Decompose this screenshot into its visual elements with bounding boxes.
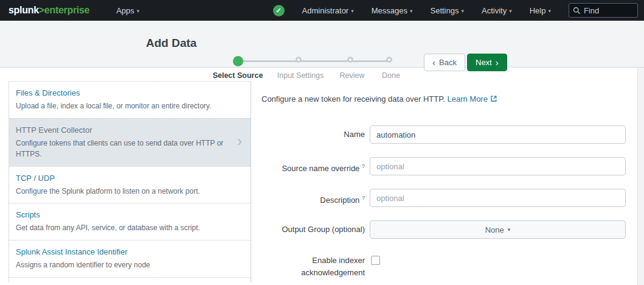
output-group-dropdown[interactable]: None ▾ xyxy=(370,220,626,239)
enable-indexer-ack-label: Enable indexer acknowledgement xyxy=(261,255,365,279)
step-label-review: Review xyxy=(340,71,365,80)
source-item-title: Splunk Assist Instance Identifier xyxy=(16,247,243,256)
messages-menu[interactable]: Messages▾ xyxy=(372,6,413,15)
logo-separator: > xyxy=(39,5,44,15)
source-item-desc: Configure tokens that clients can use to… xyxy=(16,138,227,160)
page-title: Add Data xyxy=(146,37,196,50)
caret-down-icon: ▾ xyxy=(351,8,354,14)
chevron-left-icon: ‹ xyxy=(432,58,435,67)
stepper-track xyxy=(238,60,391,62)
chevron-right-icon: › xyxy=(237,132,242,149)
caret-down-icon: ▾ xyxy=(461,8,464,14)
source-item-http-event-collector[interactable]: HTTP Event Collector Configure tokens th… xyxy=(9,118,251,166)
source-item-desc: Get data from any API, service, or datab… xyxy=(16,222,243,234)
top-bar: splunk>enterprise Apps▾ ✓ Administrator▾… xyxy=(0,0,644,21)
caret-down-icon: ▾ xyxy=(509,8,512,14)
find-input[interactable] xyxy=(584,6,632,15)
source-item-title: TCP / UDP xyxy=(16,174,243,183)
page-header: Add Data Select Source Input Settings Re… xyxy=(0,21,644,68)
help-icon[interactable]: ? xyxy=(362,195,365,201)
source-item-title: Scripts xyxy=(16,210,243,219)
step-label-input-settings: Input Settings xyxy=(277,71,324,80)
description-input[interactable] xyxy=(370,189,626,207)
name-input[interactable] xyxy=(370,125,626,144)
description-label: Description ? xyxy=(261,189,365,209)
source-item-files-directories[interactable]: Files & Directories Upload a file, index… xyxy=(9,82,251,118)
output-group-label: Output Group (optional) xyxy=(261,220,365,239)
step-dot-select-source xyxy=(233,56,243,66)
enable-indexer-ack-checkbox[interactable] xyxy=(371,256,380,265)
chevron-right-icon: › xyxy=(496,58,499,67)
settings-menu[interactable]: Settings▾ xyxy=(431,6,465,15)
back-button[interactable]: ‹ Back xyxy=(424,54,465,71)
step-label-select-source: Select Source xyxy=(213,71,263,80)
source-list: Files & Directories Upload a file, index… xyxy=(9,81,251,283)
caret-down-icon: ▾ xyxy=(548,8,551,14)
form-intro: Configure a new token for receiving data… xyxy=(261,94,497,104)
step-label-done: Done xyxy=(382,71,400,80)
logo-product: enterprise xyxy=(44,5,89,15)
source-item-desc: Configure the Splunk platform to listen … xyxy=(16,186,243,197)
caret-down-icon: ▾ xyxy=(137,8,140,14)
name-label: Name xyxy=(261,125,365,144)
source-name-override-label: Source name override ? xyxy=(261,157,365,178)
next-button[interactable]: Next › xyxy=(467,54,507,71)
scrollbar-track[interactable] xyxy=(637,68,644,285)
search-icon xyxy=(573,7,581,15)
source-item-desc: Assigns a random identifier to every nod… xyxy=(16,259,243,271)
splunk-logo[interactable]: splunk>enterprise xyxy=(9,5,89,16)
find-search-box[interactable] xyxy=(569,3,638,18)
source-item-desc: Upload a file, index a local file, or mo… xyxy=(16,100,243,112)
logo-brand: splunk xyxy=(9,5,39,15)
step-dot-review xyxy=(347,57,353,63)
source-item-tcp-udp[interactable]: TCP / UDP Configure the Splunk platform … xyxy=(9,166,251,203)
apps-menu[interactable]: Apps▾ xyxy=(116,6,139,15)
external-link-icon[interactable] xyxy=(490,95,497,104)
activity-menu[interactable]: Activity▾ xyxy=(482,6,512,15)
wizard-stepper: Select Source Input Settings Review Done xyxy=(216,46,417,82)
help-menu[interactable]: Help▾ xyxy=(530,6,551,15)
caret-down-icon: ▾ xyxy=(410,8,413,14)
token-config-form: Configure a new token for receiving data… xyxy=(261,94,626,277)
status-check-icon[interactable]: ✓ xyxy=(273,5,285,16)
learn-more-link[interactable]: Learn More xyxy=(447,94,487,104)
step-dot-input-settings xyxy=(296,57,302,63)
source-item-splunk-assist[interactable]: Splunk Assist Instance Identifier Assign… xyxy=(9,240,251,277)
help-icon[interactable]: ? xyxy=(362,163,365,169)
source-list-filler xyxy=(9,277,251,283)
source-name-override-input[interactable] xyxy=(370,157,626,175)
source-item-title: Files & Directories xyxy=(16,88,243,97)
step-dot-done xyxy=(386,57,392,63)
source-item-title: HTTP Event Collector xyxy=(16,125,227,135)
caret-down-icon: ▾ xyxy=(508,227,511,233)
source-item-scripts[interactable]: Scripts Get data from any API, service, … xyxy=(9,203,251,240)
administrator-menu[interactable]: Administrator▾ xyxy=(302,6,354,15)
